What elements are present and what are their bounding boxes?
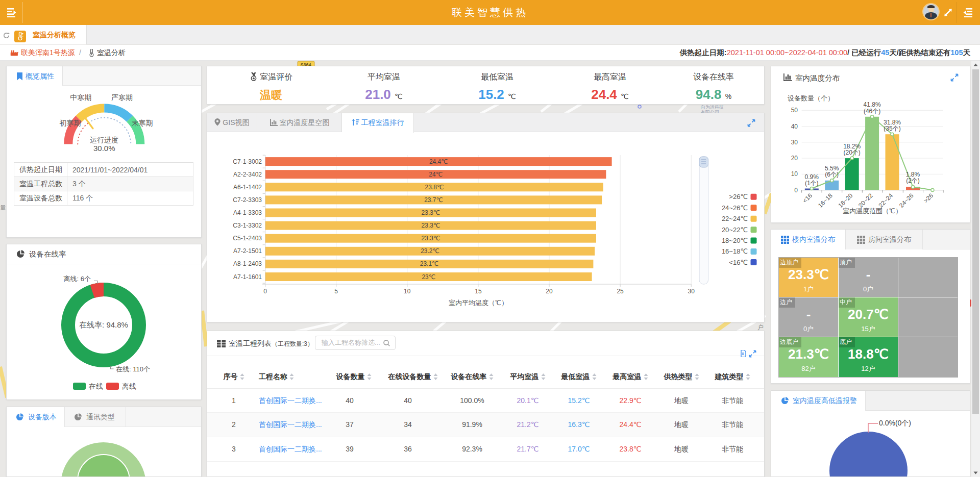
svg-text:22~24℃: 22~24℃ xyxy=(722,215,748,222)
svg-text:向为运科技: 向为运科技 xyxy=(701,105,724,110)
svg-text:0: 0 xyxy=(794,187,798,194)
svg-text:运行进度: 运行进度 xyxy=(90,136,118,144)
svg-text:中寒期: 中寒期 xyxy=(70,93,91,102)
svg-text:(2个): (2个) xyxy=(906,177,920,184)
svg-text:10: 10 xyxy=(404,288,411,295)
svg-text:16~18: 16~18 xyxy=(817,192,834,209)
svg-text:20: 20 xyxy=(546,288,553,295)
svg-text:24℃: 24℃ xyxy=(429,171,443,178)
svg-text:23.2℃: 23.2℃ xyxy=(421,247,439,255)
svg-text:24.4℃: 24.4℃ xyxy=(429,158,448,165)
svg-text:40: 40 xyxy=(791,123,798,130)
svg-text:户: 户 xyxy=(757,324,764,331)
svg-text:C7-2-3303: C7-2-3303 xyxy=(233,196,262,204)
svg-text:<16: <16 xyxy=(801,192,814,205)
svg-text:23.8℃: 23.8℃ xyxy=(425,184,444,191)
svg-text:室内温度范围（℃）: 室内温度范围（℃） xyxy=(843,207,902,215)
svg-text:23.3℃: 23.3℃ xyxy=(422,222,440,229)
svg-text:23.3℃: 23.3℃ xyxy=(422,235,440,242)
svg-text:A8-1-2403: A8-1-2403 xyxy=(233,260,262,267)
svg-text:10: 10 xyxy=(791,170,798,178)
svg-text:23.1℃: 23.1℃ xyxy=(420,260,439,267)
svg-text:30.0%: 30.0% xyxy=(93,144,115,153)
svg-text:初寒期: 初寒期 xyxy=(59,119,81,127)
svg-text:23.3℃: 23.3℃ xyxy=(422,209,440,216)
svg-text:A2-2-3402: A2-2-3402 xyxy=(233,171,262,178)
svg-text:A4-1-3303: A4-1-3303 xyxy=(233,209,262,216)
svg-text:(6个): (6个) xyxy=(825,171,839,178)
svg-text:(46个): (46个) xyxy=(864,108,880,115)
svg-text:25: 25 xyxy=(617,288,624,295)
svg-text:离线: 6个: 离线: 6个 xyxy=(64,275,91,283)
svg-text:(1个): (1个) xyxy=(805,180,819,187)
svg-text:50: 50 xyxy=(791,107,798,114)
svg-text:>26℃: >26℃ xyxy=(729,193,748,200)
svg-text:C7-1-3002: C7-1-3002 xyxy=(233,158,262,165)
svg-text:0: 0 xyxy=(263,288,267,295)
svg-text:设备数量（个）: 设备数量（个） xyxy=(788,94,834,102)
svg-text:A7-2-1501: A7-2-1501 xyxy=(233,247,262,255)
svg-text:室内平均温度（℃）: 室内平均温度（℃） xyxy=(449,299,508,307)
svg-text:16~18℃: 16~18℃ xyxy=(722,247,748,255)
svg-text:在线: 在线 xyxy=(88,382,103,390)
svg-text:20~22: 20~22 xyxy=(857,192,874,209)
svg-text:C3-1-3302: C3-1-3302 xyxy=(233,222,262,229)
svg-text:18~20: 18~20 xyxy=(837,192,854,209)
svg-text:严寒期: 严寒期 xyxy=(111,93,133,102)
svg-text:(20个): (20个) xyxy=(844,149,861,156)
svg-text:末寒期: 末寒期 xyxy=(132,119,153,127)
svg-text:离线: 离线 xyxy=(122,382,136,390)
svg-text:X: X xyxy=(742,352,744,356)
svg-text:41.8%: 41.8% xyxy=(864,101,881,108)
svg-text:A6-1-1402: A6-1-1402 xyxy=(233,184,262,191)
svg-text:(35个): (35个) xyxy=(884,125,900,132)
svg-text:5: 5 xyxy=(334,288,338,295)
svg-text:23.7℃: 23.7℃ xyxy=(424,196,443,204)
svg-text:24~26: 24~26 xyxy=(898,192,915,209)
svg-text:30: 30 xyxy=(688,288,695,295)
svg-text:在线率: 94.8%: 在线率: 94.8% xyxy=(79,320,128,329)
svg-text:A7-1-1601: A7-1-1601 xyxy=(233,273,262,281)
svg-text:15: 15 xyxy=(475,288,482,295)
svg-text:30: 30 xyxy=(791,139,798,146)
svg-text:23℃: 23℃ xyxy=(422,273,435,281)
svg-text:18~20℃: 18~20℃ xyxy=(722,237,748,244)
svg-text:24~26℃: 24~26℃ xyxy=(722,204,748,212)
svg-text:22~24: 22~24 xyxy=(877,192,894,209)
svg-text:<16℃: <16℃ xyxy=(729,259,748,266)
svg-text:C5-1-2403: C5-1-2403 xyxy=(233,235,262,242)
svg-text:在线: 110个: 在线: 110个 xyxy=(116,365,150,373)
svg-text:>26: >26 xyxy=(922,192,935,205)
svg-text:20: 20 xyxy=(791,155,798,162)
svg-text:20~22℃: 20~22℃ xyxy=(722,226,748,234)
